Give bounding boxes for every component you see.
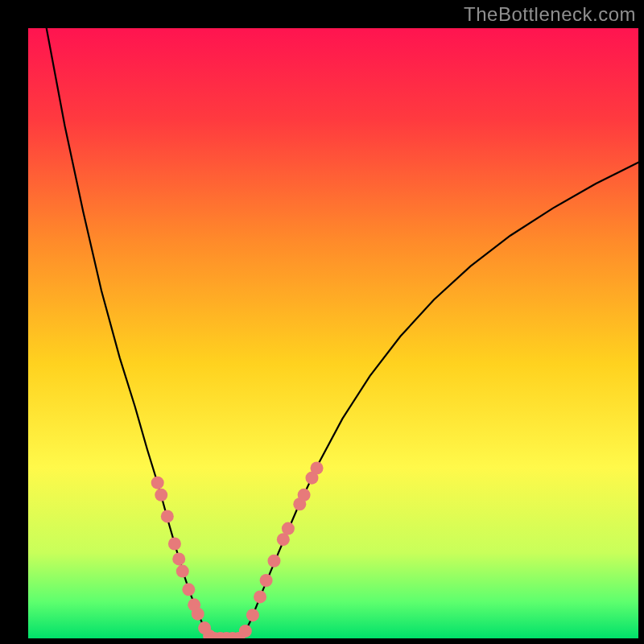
marker-dot — [260, 574, 273, 587]
marker-dot — [192, 608, 204, 621]
marker-dot — [246, 609, 259, 621]
watermark-text: TheBottleneck.com — [464, 3, 636, 26]
marker-dot — [277, 533, 290, 546]
marker-dot — [151, 477, 164, 489]
marker-dot — [155, 489, 167, 502]
marker-dot — [254, 590, 266, 603]
marker-dot — [311, 462, 324, 475]
gradient-background — [28, 28, 638, 638]
chart-frame: TheBottleneck.com — [0, 0, 644, 644]
marker-dot — [298, 489, 311, 502]
plot-area — [28, 28, 638, 638]
marker-dot — [168, 538, 181, 551]
marker-dot — [267, 555, 280, 568]
marker-dot — [182, 583, 195, 596]
marker-dot — [282, 522, 295, 535]
marker-dot — [176, 565, 189, 578]
marker-dot — [239, 625, 252, 638]
marker-dot — [161, 510, 174, 522]
marker-dot — [172, 552, 185, 565]
chart-svg — [28, 28, 638, 638]
